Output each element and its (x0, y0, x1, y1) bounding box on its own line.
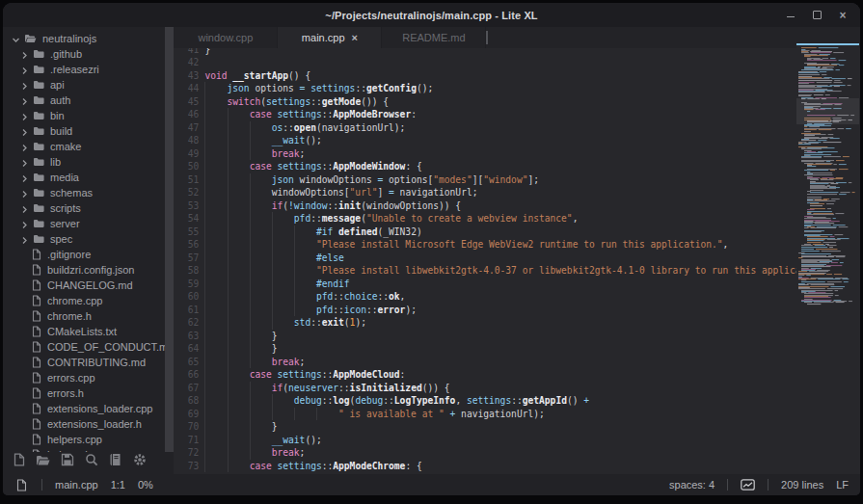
tree-item-.github[interactable]: .github (3, 46, 174, 62)
code-text: case settings::AppModeBrowser: (204, 108, 417, 121)
tree-item-lib[interactable]: lib (3, 154, 174, 170)
tree-item-build[interactable]: build (3, 123, 174, 139)
code-text: windowOptions["url"] = navigationUrl; (204, 186, 477, 199)
tree-item-neutralinojs[interactable]: neutralinojs (3, 31, 174, 46)
code-line[interactable]: 65 break; (174, 356, 860, 369)
status-cursor-position[interactable]: 1:1 (111, 479, 125, 491)
code-line[interactable]: 66 case settings::AppModeCloud: (174, 368, 860, 382)
code-line[interactable]: 48 __wait(); (174, 134, 860, 147)
save-icon (61, 453, 74, 470)
chevron-right-icon (20, 204, 29, 213)
tree-item-label: extensions_loader.cpp (47, 403, 152, 414)
line-graph-icon[interactable] (741, 478, 755, 492)
status-line-ending[interactable]: LF (836, 479, 849, 491)
code-line[interactable]: 47 os::open(navigationUrl); (174, 121, 860, 135)
code-line[interactable]: 58 "Please install libwebkit2gtk-4.0-37 … (174, 264, 860, 278)
tree-item-helpers.cpp[interactable]: helpers.cpp (3, 432, 174, 447)
code-line[interactable]: 41} (174, 48, 860, 56)
code-line[interactable]: 71 __wait(); (174, 434, 860, 447)
minimap-caret-line (796, 43, 859, 45)
close-button[interactable]: × (837, 10, 849, 21)
code-line[interactable]: 54 pfd::message("Unable to create a webv… (174, 212, 860, 225)
tab-main.cpp[interactable]: main.cpp× (278, 27, 382, 48)
code-line[interactable]: 52 windowOptions["url"] = navigationUrl; (174, 186, 860, 199)
tree-item-spec[interactable]: spec (3, 231, 174, 247)
code-line[interactable]: 68 debug::log(debug::LogTypeInfo, settin… (174, 394, 860, 408)
tree-item-CHANGELOG.md[interactable]: CHANGELOG.md (3, 278, 174, 293)
tree-item-CONTRIBUTING.md[interactable]: CONTRIBUTING.md (3, 355, 174, 370)
code-line[interactable]: 49 break; (174, 147, 860, 161)
search-button[interactable] (84, 455, 98, 469)
code-line[interactable]: 51 json windowOptions = options["modes"]… (174, 173, 860, 187)
tree-item-errors.cpp[interactable]: errors.cpp (3, 370, 174, 385)
line-number: 45 (174, 95, 199, 109)
status-scroll-percent[interactable]: 0% (138, 479, 153, 491)
code-line[interactable]: 46 case settings::AppModeBrowser: (174, 108, 860, 121)
titlebar[interactable]: ~/Projects/neutralinojs/main.cpp - Lite … (3, 3, 860, 27)
tree-item-cmake[interactable]: cmake (3, 139, 174, 154)
tab-README.md[interactable]: README.md (382, 27, 486, 48)
tree-item-chrome.h[interactable]: chrome.h (3, 308, 174, 324)
chevron-down-icon (12, 35, 20, 43)
new-file-button[interactable] (12, 455, 26, 469)
code-line[interactable]: 60 pfd::choice::ok, (174, 290, 860, 304)
tree-item-buildzri.config.json[interactable]: buildzri.config.json (3, 262, 174, 278)
minimize-button[interactable] (785, 10, 796, 21)
code-text: break; (204, 147, 305, 161)
book-button[interactable] (108, 455, 122, 469)
code-line[interactable]: 63 } (174, 330, 860, 343)
code-line[interactable]: 43void __startApp() { (174, 69, 860, 83)
code-line[interactable]: 62 std::exit(1); (174, 316, 860, 330)
status-line-count[interactable]: 209 lines (781, 479, 823, 491)
open-folder-button[interactable] (36, 455, 50, 469)
tab-window.cpp[interactable]: window.cpp (174, 27, 278, 48)
code-line[interactable]: 50 case settings::AppModeWindow: { (174, 160, 860, 173)
new-file-icon (13, 453, 25, 470)
code-line[interactable]: 45 switch(settings::getMode()) { (174, 95, 860, 109)
status-left: main.cpp 1:1 0% (14, 478, 153, 492)
code-area[interactable]: 41}4243void __startApp() {44 json option… (174, 48, 860, 474)
code-line[interactable]: 64 } (174, 342, 860, 356)
file-tree[interactable]: neutralinojs.github.releasezriapiauthbin… (3, 27, 174, 452)
tree-item-media[interactable]: media (3, 170, 174, 185)
code-line[interactable]: 73 case settings::AppModeChrome: { (174, 460, 860, 473)
tree-item-chrome.cpp[interactable]: chrome.cpp (3, 293, 174, 308)
tree-item-CMakeLists.txt[interactable]: CMakeLists.txt (3, 324, 174, 339)
code-line[interactable]: 42 (174, 56, 860, 69)
code-line[interactable]: 70 } (174, 420, 860, 434)
code-text: os::open(navigationUrl); (204, 121, 405, 135)
minimap[interactable] (796, 43, 859, 307)
minimap-viewport[interactable] (796, 98, 859, 124)
code-line[interactable]: 55 #if defined(_WIN32) (174, 225, 860, 239)
code-line[interactable]: 67 if(neuserver::isInitialized()) { (174, 382, 860, 395)
tree-item-.gitignore[interactable]: .gitignore (3, 247, 174, 262)
code-line[interactable]: 56 "Please install Microsoft Edge WebVie… (174, 238, 860, 252)
open-folder-icon (36, 453, 50, 470)
tree-item-.releasezri[interactable]: .releasezri (3, 62, 174, 77)
code-line[interactable]: 69 " is available at " + navigationUrl); (174, 408, 860, 421)
tree-item-errors.h[interactable]: errors.h (3, 385, 174, 401)
status-indent-mode[interactable]: spaces: 4 (669, 479, 715, 491)
file-icon (32, 434, 41, 445)
tree-item-bin[interactable]: bin (3, 108, 174, 123)
tree-item-server[interactable]: server (3, 216, 174, 231)
settings-button[interactable] (132, 455, 147, 469)
tree-item-api[interactable]: api (3, 77, 174, 93)
tree-item-scripts[interactable]: scripts (3, 200, 174, 216)
code-line[interactable]: 57 #else (174, 252, 860, 265)
code-line[interactable]: 72 break; (174, 446, 860, 460)
tree-item-CODE_OF_CONDUCT.md[interactable]: CODE_OF_CONDUCT.md (3, 339, 174, 355)
tree-item-schemas[interactable]: schemas (3, 185, 174, 200)
maximize-button[interactable] (811, 10, 823, 21)
code-line[interactable]: 44 json options = settings::getConfig(); (174, 82, 860, 95)
tree-item-auth[interactable]: auth (3, 93, 174, 108)
tab-close-icon[interactable]: × (352, 33, 358, 43)
tree-item-extensions_loader.h[interactable]: extensions_loader.h (3, 416, 174, 432)
code-line[interactable]: 53 if(!window::init(windowOptions)) { (174, 199, 860, 213)
code-line[interactable]: 61 pfd::icon::error); (174, 304, 860, 317)
tree-item-extensions_loader.cpp[interactable]: extensions_loader.cpp (3, 401, 174, 416)
code-line[interactable]: 59 #endif (174, 278, 860, 291)
code-text: "Please install Microsoft Edge WebView2 … (204, 238, 728, 252)
sidebar-scrollbar[interactable] (165, 27, 174, 474)
save-button[interactable] (60, 455, 74, 469)
